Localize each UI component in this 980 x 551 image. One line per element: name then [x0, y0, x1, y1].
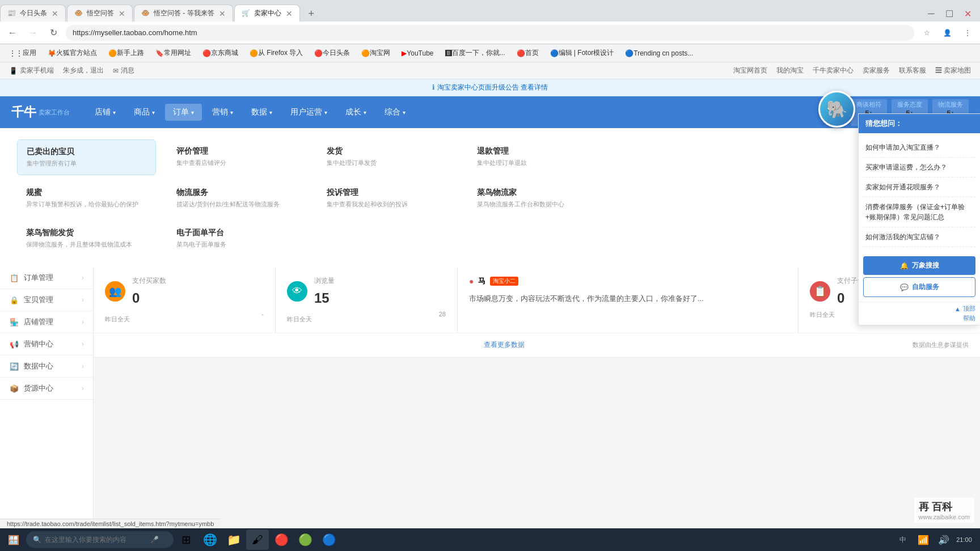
bookmark-common[interactable]: 🔖 常用网址	[151, 47, 196, 59]
mobile-link[interactable]: 📱 卖家手机端	[9, 66, 54, 75]
qianniu-link[interactable]: 千牛卖家中心	[813, 66, 854, 75]
minimize-button[interactable]: ─	[923, 6, 939, 22]
nav-marketing[interactable]: 营销 ▾	[204, 104, 241, 121]
reload-button[interactable]: ↻	[45, 25, 61, 41]
tab-3-label: 悟空问答 - 等我来答	[154, 9, 214, 18]
product-arrow-icon: ▾	[152, 109, 155, 116]
wanxiang-button[interactable]: 🔔 万象搜搜	[863, 256, 975, 275]
taskview-button[interactable]: ⊞	[175, 529, 197, 550]
address-input[interactable]	[66, 25, 914, 41]
nav-growth[interactable]: 成长 ▾	[337, 104, 374, 121]
bookmark-apps[interactable]: ⋮⋮ 应用	[5, 47, 41, 59]
dropdown-review[interactable]: 评价管理 集中查看店铺评分	[167, 139, 306, 175]
volume-icon[interactable]: 🔊	[935, 531, 953, 549]
dropdown-cainiao-home[interactable]: 菜鸟物流家 菜鸟物流服务工作台和数据中心	[468, 181, 607, 215]
seller-map-link[interactable]: ☰ 卖家地图	[935, 66, 971, 75]
taobao-home-link[interactable]: 淘宝网首页	[733, 66, 767, 75]
acrobat-button[interactable]: 🔴	[270, 529, 293, 550]
tab-1-label: 今日头条	[20, 9, 47, 18]
tab-1[interactable]: 📰 今日头条 ✕	[0, 5, 66, 22]
nav-misc[interactable]: 综合 ▾	[377, 104, 413, 121]
user-info[interactable]: 朱乡成，退出	[63, 66, 104, 75]
nav-shop[interactable]: 店铺 ▾	[87, 104, 124, 121]
chat-question-5[interactable]: 如何激活我的淘宝店铺？	[863, 227, 975, 247]
taskbar-search-box[interactable]: 🔍 🎤	[26, 531, 174, 548]
bookmark-trending[interactable]: 🔵 Trending cn posts...	[620, 48, 698, 58]
explorer-button[interactable]: 📁	[222, 529, 245, 550]
dropdown-sold-items[interactable]: 已卖出的宝贝 集中管理所有订单	[17, 139, 156, 175]
tab-2-close[interactable]: ✕	[119, 9, 125, 18]
bookmark-youtube[interactable]: ▶ YouTube	[397, 48, 438, 58]
tab-3-close[interactable]: ✕	[219, 9, 226, 18]
chat-question-2[interactable]: 买家申请退运费，怎么办？	[863, 158, 975, 177]
start-button[interactable]: 🪟	[2, 529, 25, 550]
tab-4-label: 卖家中心	[254, 9, 281, 18]
bookmark-taobao[interactable]: 🟠 淘宝网	[357, 47, 395, 59]
views-icon: 👁	[287, 281, 307, 302]
chat-question-4[interactable]: 消费者保障服务（保证金+订单验+账期保障）常见问题汇总	[863, 197, 975, 227]
seller-service-link[interactable]: 卖家服务	[863, 66, 890, 75]
sidebar-item-order[interactable]: 📋 订单管理 ›	[0, 267, 93, 289]
dropdown-waybill[interactable]: 电子面单平台 菜鸟电子面单服务	[167, 221, 306, 256]
app-7[interactable]: 🔵	[318, 529, 340, 550]
bookmark-newbie[interactable]: 🟠 新手上路	[104, 47, 149, 59]
close-button[interactable]: ✕	[960, 6, 975, 22]
my-taobao-link[interactable]: 我的淘宝	[776, 66, 804, 75]
bookmark-star-button[interactable]: ☆	[919, 25, 935, 41]
dropdown-refund[interactable]: 退款管理 集中处理订单退款	[468, 139, 607, 175]
chrome-button[interactable]: 🟢	[294, 529, 316, 550]
dropdown-complaint[interactable]: 投诉管理 集中查看我发起和收到的投诉	[318, 181, 457, 215]
tab-2[interactable]: 🐵 悟空问答 ✕	[67, 5, 133, 22]
tab-1-close[interactable]: ✕	[52, 9, 58, 18]
maximize-button[interactable]: ☐	[941, 6, 957, 22]
network-icon[interactable]: 📶	[914, 531, 932, 549]
chat-question-1[interactable]: 如何申请加入淘宝直播？	[863, 138, 975, 158]
sidebar-item-data[interactable]: 🔄 数据中心 ›	[0, 355, 93, 378]
dropdown-guimi[interactable]: 规蜜 异常订单预警和投诉，给你最贴心的保护	[17, 181, 156, 215]
tab-4-close[interactable]: ✕	[286, 9, 293, 18]
taskbar-search-input[interactable]	[45, 536, 147, 544]
notice-link[interactable]: 查看详情	[521, 83, 548, 91]
message-header: ● 马 淘宝小二	[469, 276, 787, 286]
chat-question-3[interactable]: 卖家如何开通花呗服务？	[863, 177, 975, 197]
misc-arrow-icon: ▾	[403, 109, 405, 116]
bookmark-baidu[interactable]: 🅱 百度一下，你就...	[441, 47, 510, 59]
contact-link[interactable]: 联系客服	[899, 66, 926, 75]
tab-3[interactable]: 🐵 悟空问答 - 等我来答 ✕	[134, 5, 233, 22]
dropdown-smart-ship[interactable]: 菜鸟智能发货 保障物流服务，并且整体降低物流成本	[17, 221, 156, 256]
help-link[interactable]: 帮助	[963, 314, 975, 323]
sidebar-item-marketing[interactable]: 📢 营销中心 ›	[0, 333, 93, 355]
scroll-top-button[interactable]: ▲ 顶部	[954, 304, 975, 313]
page-content: 📱 卖家手机端 朱乡成，退出 ✉ 消息 淘宝网首页 我的淘宝 千牛卖家中心 卖家…	[0, 62, 980, 550]
sidebar-item-product[interactable]: 🔒 宝贝管理 ›	[0, 289, 93, 311]
views-value: 15	[314, 290, 335, 306]
tab-4[interactable]: 🛒 卖家中心 ✕	[234, 5, 300, 22]
message-link[interactable]: ✉ 消息	[113, 66, 134, 75]
bookmark-firefox-import[interactable]: 🟠 从 Firefox 导入	[245, 47, 307, 59]
nav-order[interactable]: 订单 ▾	[165, 104, 202, 121]
bookmark-home[interactable]: 🔴 首页	[512, 47, 543, 59]
nav-user-ops[interactable]: 用户运营 ▾	[282, 104, 335, 121]
sidebar-item-supply[interactable]: 📦 货源中心 ›	[0, 378, 93, 400]
bookmark-toutiao[interactable]: 🔴 今日头条	[310, 47, 354, 59]
mascot[interactable]: 🐘	[818, 91, 858, 130]
language-icon[interactable]: 中	[894, 531, 912, 549]
forward-button[interactable]: →	[25, 25, 41, 41]
dropdown-ship[interactable]: 发货 集中处理订单发货	[318, 139, 457, 175]
dropdown-logistics[interactable]: 物流服务 揽诺达/货到付款/生鲜配送等物流服务	[167, 181, 306, 215]
sidebar-item-shop[interactable]: 🏪 店铺管理 ›	[0, 311, 93, 333]
photoshop-button[interactable]: 🖌	[246, 529, 269, 550]
nav-data[interactable]: 数据 ▾	[243, 104, 280, 121]
self-service-button[interactable]: 💬 自助服务	[863, 277, 975, 297]
back-button[interactable]: ←	[5, 25, 20, 41]
browser-menu-button[interactable]: ⋮	[960, 25, 975, 41]
edge-browser-button[interactable]: 🌐	[198, 529, 221, 550]
bookmark-fotor[interactable]: 🔵 编辑 | Fotor模设计	[546, 47, 619, 59]
new-tab-button[interactable]: +	[303, 6, 319, 22]
utility-left: 📱 卖家手机端 朱乡成，退出 ✉ 消息	[9, 66, 134, 75]
nav-product[interactable]: 商品 ▾	[126, 104, 163, 121]
profile-button[interactable]: 👤	[939, 25, 955, 41]
bookmark-firefox[interactable]: 🦊 火狐官方站点	[43, 47, 102, 59]
bookmark-jd[interactable]: 🔴 京东商城	[198, 47, 243, 59]
more-data-link[interactable]: 查看更多数据	[105, 340, 903, 350]
